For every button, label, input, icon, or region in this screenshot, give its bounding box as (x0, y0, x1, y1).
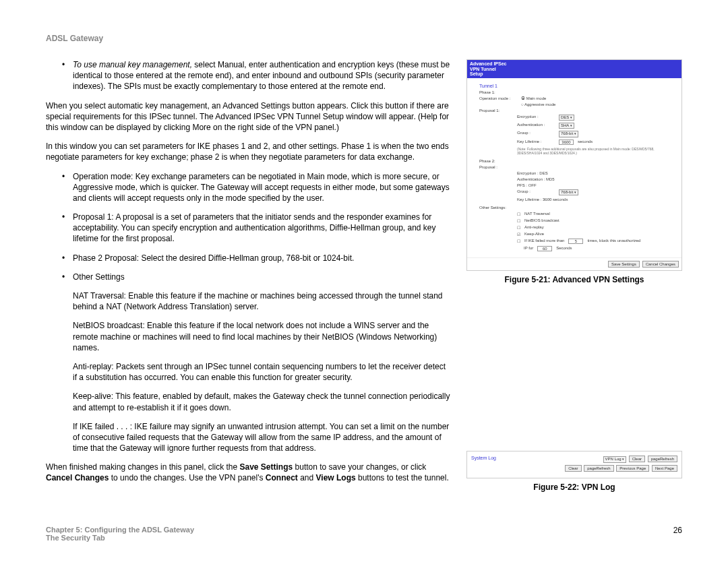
figures-column: Advanced IPSec VPN Tunnel Setup Tunnel 1… (466, 59, 682, 492)
fig21-note: (Note: Following three additional propos… (517, 147, 677, 155)
figure-21-wrap: Advanced IPSec VPN Tunnel Setup Tunnel 1… (466, 59, 682, 284)
fig22-refresh1[interactable]: pageRefresh (648, 456, 677, 462)
sub-ike: If IKE failed . . . : IKE failure may si… (46, 421, 450, 454)
fig21-other: Other Settings: (479, 206, 506, 210)
bullet-op-mode: Operation mode: Key exchange parameters … (46, 171, 450, 204)
para-phases: In this window you can set parameters fo… (46, 141, 450, 162)
figure-22-box: System Log VPN Log Clear pageRefresh Cle… (466, 451, 682, 478)
fig22-select[interactable]: VPN Log (603, 456, 626, 462)
fig21-ip-n[interactable]: 60 (537, 246, 552, 251)
fig22-clear2[interactable]: Clear (565, 465, 581, 472)
footer-chapter: Chapter 5: Configuring the ADSL Gateway (46, 526, 194, 534)
fig21-prop1-lbl: Proposal 1: (479, 108, 517, 113)
fig21-group-select[interactable]: 768-bit (559, 131, 578, 137)
fig21-check-nat[interactable]: NAT Traversal (517, 212, 677, 216)
page-number: 26 (673, 526, 682, 542)
fig21-check-keep[interactable]: Keep-Alive (517, 232, 677, 237)
para-final: When finished making changes in this pan… (46, 462, 450, 483)
para-auto-key: When you select automatic key management… (46, 100, 450, 133)
fig21-caption: Figure 5-21: Advanced VPN Settings (466, 275, 682, 284)
fig21-header: Advanced IPSec VPN Tunnel Setup (467, 60, 681, 78)
fig21-phase1: Phase 1: (479, 90, 517, 94)
fig22-caption: Figure 5-22: VPN Log (466, 482, 682, 492)
fig21-auth-select[interactable]: SHA (559, 123, 574, 129)
fig21-check-netbios[interactable]: NetBIOS broadcast (517, 218, 677, 223)
doc-header: ADSL Gateway (46, 34, 682, 43)
figure-22-wrap: System Log VPN Log Clear pageRefresh Cle… (466, 451, 682, 491)
fig22-next[interactable]: Next Page (652, 465, 677, 472)
fig22-clear1[interactable]: Clear (629, 456, 645, 462)
fig21-phase2: Phase 2: (479, 159, 517, 163)
fig21-enc-select[interactable]: DES (559, 115, 574, 121)
fig21-ike-n[interactable]: 5 (568, 239, 583, 244)
fig21-save-button[interactable]: Save Settings (608, 261, 640, 268)
fig21-keylife-input[interactable]: 3600 (559, 139, 574, 145)
sub-keep: Keep-alive: This feature, enabled by def… (46, 391, 450, 412)
sub-netbios: NetBIOS broadcast: Enable this feature i… (46, 320, 450, 353)
page-footer: Chapter 5: Configuring the ADSL Gateway … (46, 526, 682, 542)
fig22-refresh2[interactable]: pageRefresh (584, 465, 613, 472)
bullet-proposal1: Proposal 1: A proposal is a set of param… (46, 212, 450, 245)
fig21-opmode-lbl: Operation mode : (479, 96, 517, 100)
fig21-main-radio[interactable]: Main mode (521, 96, 546, 100)
connect-bold: Connect (266, 473, 298, 482)
bullet-other: Other Settings (46, 272, 450, 282)
sub-nat: NAT Traversal: Enable this feature if th… (46, 290, 450, 312)
fig21-tunnel: Tunnel 1 (479, 84, 677, 88)
sub-anti: Anti-replay: Packets sent through an IPS… (46, 361, 450, 383)
fig21-cancel-button[interactable]: Cancel Changes (642, 261, 679, 268)
body-column: To use manual key management, select Man… (46, 59, 450, 492)
viewlogs-bold: View Logs (316, 473, 356, 482)
fig22-prev[interactable]: Previous Page (616, 465, 649, 472)
manual-key-em: To use manual key management, (73, 60, 192, 69)
fig21-aggr-radio[interactable]: Aggressive mode (521, 102, 555, 106)
footer-section: The Security Tab (46, 534, 194, 542)
bullet-phase2: Phase 2 Proposal: Select the desired Dif… (46, 253, 450, 263)
fig21-p2group-select[interactable]: 768-bit (559, 189, 578, 195)
bullet-manual-key: To use manual key management, select Man… (46, 59, 450, 92)
figure-21-box: Advanced IPSec VPN Tunnel Setup Tunnel 1… (466, 59, 682, 271)
fig21-check-anti[interactable]: Anti-replay (517, 225, 677, 230)
fig22-syslog: System Log (471, 456, 496, 460)
fig21-check-ike[interactable] (517, 239, 520, 244)
save-settings-bold: Save Settings (240, 462, 293, 472)
cancel-changes-bold: Cancel Changes (46, 473, 109, 482)
